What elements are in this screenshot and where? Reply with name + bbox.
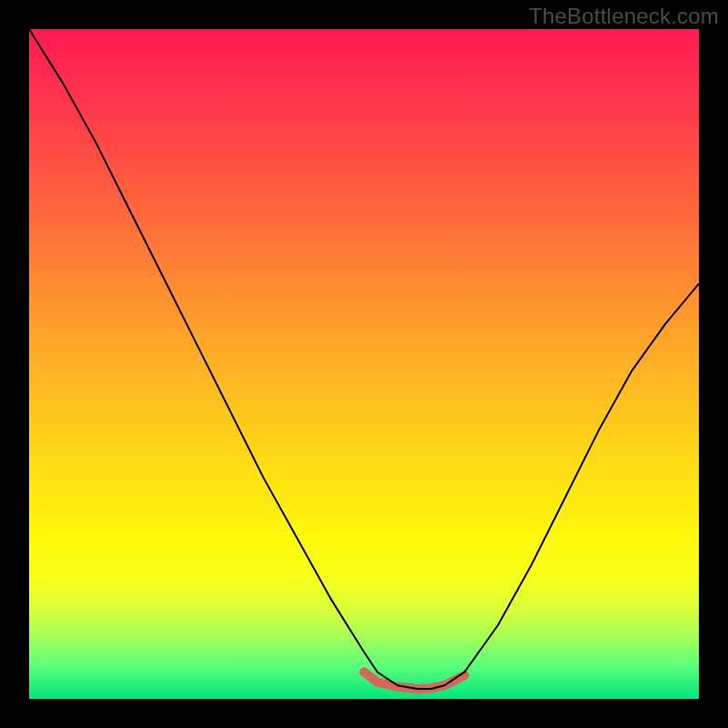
watermark-text: TheBottleneck.com <box>529 4 719 29</box>
plot-area <box>29 29 699 699</box>
chart-frame: TheBottleneck.com <box>0 0 728 728</box>
curve-layer <box>29 29 699 699</box>
main-curve-path <box>29 29 699 689</box>
floor-accent-path <box>364 672 464 689</box>
